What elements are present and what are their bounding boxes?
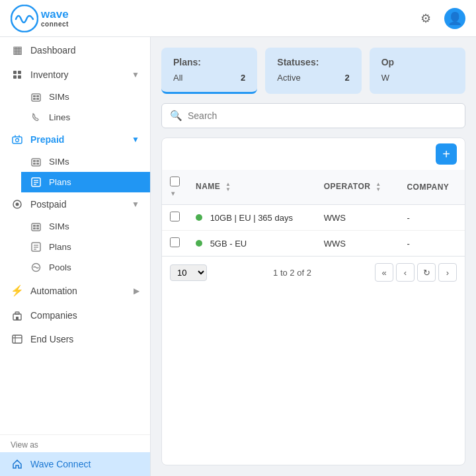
stat-cards: Plans: All 2 Statuses: Active 2 Op W bbox=[161, 48, 465, 94]
pagination-info: 1 to 2 of 2 bbox=[215, 268, 370, 278]
sidebar-item-automation[interactable]: ⚡ Automation ▶ bbox=[0, 278, 150, 303]
sidebar-item-companies[interactable]: Companies bbox=[0, 303, 150, 327]
select-all-checkbox[interactable] bbox=[170, 177, 180, 186]
row-checkbox[interactable] bbox=[170, 237, 180, 247]
sidebar-item-prepaid[interactable]: Prepaid ▼ bbox=[0, 128, 150, 151]
table-body: 10GB | EU | 365 days WWS - 5GB - EU WWS … bbox=[162, 205, 465, 257]
row-checkbox-cell bbox=[162, 205, 188, 231]
sidebar-item-label: Companies bbox=[30, 310, 77, 321]
row-company: - bbox=[399, 231, 465, 257]
dashboard-icon: ▦ bbox=[11, 44, 24, 56]
stat-card-statuses[interactable]: Statuses: Active 2 bbox=[265, 48, 361, 94]
sidebar-item-dashboard[interactable]: ▦ Dashboard bbox=[0, 37, 150, 63]
logo-svg bbox=[11, 5, 38, 32]
svg-rect-24 bbox=[33, 225, 36, 227]
chevron-down-icon: ▼ bbox=[132, 135, 139, 144]
sidebar-item-lines-inventory[interactable]: Lines bbox=[21, 107, 150, 128]
chevron-right-icon: ▶ bbox=[134, 286, 139, 296]
row-checkbox-cell bbox=[162, 231, 188, 257]
sidebar-sub-postpaid: SIMs Plans Pools bbox=[0, 216, 150, 278]
table-row: 10GB | EU | 365 days WWS - bbox=[162, 205, 465, 231]
table-toolbar: + bbox=[162, 138, 465, 170]
sidebar-item-sims-prepaid[interactable]: SIMs bbox=[21, 151, 150, 172]
svg-rect-14 bbox=[36, 160, 39, 162]
sidebar-item-label: End Users bbox=[30, 334, 73, 344]
sidebar-item-label: Plans bbox=[49, 242, 71, 252]
sidebar-item-sims-postpaid[interactable]: SIMs bbox=[21, 216, 150, 237]
svg-rect-8 bbox=[33, 98, 36, 100]
phone-icon bbox=[29, 112, 42, 122]
next-page-button[interactable]: › bbox=[438, 263, 457, 282]
row-checkbox[interactable] bbox=[170, 212, 180, 221]
svg-rect-5 bbox=[32, 94, 40, 101]
page-size-select: 10 25 50 100 bbox=[170, 264, 210, 281]
status-dot bbox=[196, 214, 202, 221]
search-icon: 🔍 bbox=[170, 110, 182, 122]
sidebar-item-plans-postpaid[interactable]: Plans bbox=[21, 237, 150, 257]
chevron-down-icon: ▼ bbox=[132, 70, 139, 79]
sidebar-item-postpaid[interactable]: Postpaid ▼ bbox=[0, 192, 150, 216]
content-area: Plans: All 2 Statuses: Active 2 Op W bbox=[151, 37, 476, 476]
svg-rect-16 bbox=[36, 163, 39, 165]
row-operator: WWS bbox=[316, 231, 399, 257]
stat-card-label: All bbox=[173, 73, 182, 83]
settings-button[interactable]: ⚙ bbox=[415, 8, 436, 29]
sidebar-item-label: SIMs bbox=[49, 92, 69, 102]
sidebar-item-label: Postpaid bbox=[30, 199, 66, 210]
chevron-down-icon: ▼ bbox=[132, 200, 139, 209]
svg-rect-7 bbox=[36, 95, 39, 97]
companies-icon bbox=[11, 310, 24, 321]
svg-rect-27 bbox=[36, 227, 39, 229]
sim-icon bbox=[29, 157, 42, 167]
sidebar-item-label: Plans bbox=[49, 177, 71, 187]
row-name-value: 5GB - EU bbox=[210, 239, 247, 249]
stat-card-value: 2 bbox=[344, 73, 349, 83]
svg-rect-13 bbox=[33, 160, 36, 162]
stat-card-title: Statuses: bbox=[277, 57, 349, 67]
stat-card-operators[interactable]: Op W bbox=[370, 48, 465, 94]
expand-icon: ▾ bbox=[171, 190, 175, 197]
first-page-button[interactable]: « bbox=[375, 263, 393, 282]
plans-table: ▾ NAME ▲▼ OPERATOR ▲▼ COMPANY bbox=[162, 170, 465, 256]
user-icon: 👤 bbox=[448, 11, 462, 26]
svg-rect-2 bbox=[18, 71, 21, 74]
sidebar-item-sims-inventory[interactable]: SIMs bbox=[21, 87, 150, 107]
row-operator: WWS bbox=[316, 205, 399, 231]
svg-rect-9 bbox=[36, 98, 39, 100]
plans-icon bbox=[29, 242, 42, 252]
sidebar-item-plans-prepaid[interactable]: Plans bbox=[21, 172, 150, 192]
prepaid-icon bbox=[11, 134, 24, 145]
sidebar-sub-inventory: SIMs Lines bbox=[0, 87, 150, 128]
table-area: + ▾ NAME ▲▼ OPERATOR bbox=[161, 138, 465, 465]
logo: wave connect bbox=[11, 5, 69, 32]
table-header-row: ▾ NAME ▲▼ OPERATOR ▲▼ COMPANY bbox=[162, 170, 465, 205]
pools-icon bbox=[29, 262, 42, 272]
sidebar-item-end-users[interactable]: End Users bbox=[0, 327, 150, 351]
logo-connect: connect bbox=[41, 20, 69, 28]
page-size-dropdown[interactable]: 10 25 50 100 bbox=[170, 264, 207, 281]
row-name: 5GB - EU bbox=[188, 231, 316, 257]
user-profile-button[interactable]: 👤 bbox=[444, 8, 465, 29]
refresh-button[interactable]: ↻ bbox=[417, 263, 436, 282]
sidebar-item-label: SIMs bbox=[49, 157, 69, 167]
row-company: - bbox=[399, 205, 465, 231]
sidebar-item-pools-postpaid[interactable]: Pools bbox=[21, 257, 150, 278]
sidebar: ▦ Dashboard Inventory ▼ SIMs Lines bbox=[0, 37, 151, 476]
svg-rect-12 bbox=[32, 159, 40, 166]
add-button[interactable]: + bbox=[436, 143, 457, 165]
th-company: COMPANY bbox=[399, 170, 465, 205]
svg-rect-35 bbox=[16, 317, 19, 320]
pagination: 10 25 50 100 1 to 2 of 2 « ‹ ↻ › bbox=[162, 256, 465, 288]
sidebar-item-wave-connect[interactable]: Wave Connect bbox=[0, 452, 150, 476]
svg-rect-26 bbox=[33, 227, 36, 229]
prev-page-button[interactable]: ‹ bbox=[396, 263, 415, 282]
th-name[interactable]: NAME ▲▼ bbox=[188, 170, 316, 205]
search-input[interactable] bbox=[188, 110, 457, 121]
stat-card-title: Op bbox=[381, 57, 454, 67]
sidebar-item-inventory[interactable]: Inventory ▼ bbox=[0, 63, 150, 87]
stat-card-plans[interactable]: Plans: All 2 bbox=[161, 48, 257, 94]
home-icon bbox=[11, 459, 24, 469]
th-operator[interactable]: OPERATOR ▲▼ bbox=[316, 170, 399, 205]
automation-icon: ⚡ bbox=[11, 284, 24, 297]
sidebar-item-label: Wave Connect bbox=[30, 459, 91, 469]
